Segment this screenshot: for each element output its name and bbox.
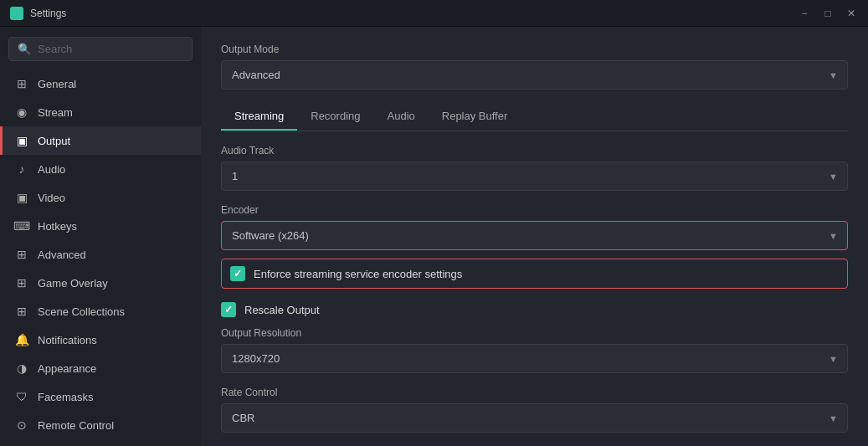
- titlebar: Settings − □ ✕: [0, 0, 868, 27]
- sidebar-label-general: General: [38, 78, 76, 90]
- maximize-button[interactable]: □: [821, 8, 835, 19]
- check-icon: ✓: [234, 268, 242, 279]
- search-box[interactable]: 🔍: [8, 37, 193, 61]
- sidebar-item-installed-apps[interactable]: ⊞ Installed Apps: [0, 439, 201, 446]
- enforce-encoder-label: Enforce streaming service encoder settin…: [254, 268, 462, 280]
- scene-collections-icon: ⊞: [14, 304, 29, 319]
- rate-control-label: Rate Control: [221, 387, 848, 398]
- window-title: Settings: [30, 8, 66, 19]
- encoder-wrapper: Software (x264) NVENC H.264 AMD HW H.264…: [221, 221, 848, 250]
- sidebar-label-hotkeys: Hotkeys: [38, 220, 77, 233]
- sidebar-label-video: Video: [38, 192, 65, 204]
- notifications-icon: 🔔: [14, 332, 29, 347]
- search-input[interactable]: [38, 43, 183, 55]
- output-mode-label: Output Mode: [221, 44, 848, 55]
- rate-control-wrapper: CBR VBR ABR CRF CQP ▼: [221, 403, 848, 433]
- tab-streaming[interactable]: Streaming: [221, 103, 297, 131]
- sidebar-label-output: Output: [38, 135, 70, 147]
- audio-icon: ♪: [14, 161, 29, 177]
- remote-control-icon: ⊙: [14, 418, 29, 433]
- output-mode-select[interactable]: Advanced Simple: [221, 60, 848, 90]
- titlebar-left: Settings: [10, 7, 66, 20]
- tab-replay-buffer[interactable]: Replay Buffer: [429, 103, 521, 131]
- audio-track-label: Audio Track: [221, 145, 848, 156]
- content-area: Output Mode Advanced Simple ▼ Streaming …: [201, 27, 868, 446]
- advanced-icon: ⊞: [14, 247, 29, 262]
- rescale-output-row[interactable]: ✓ Rescale Output: [221, 299, 848, 320]
- enforce-encoder-checkbox[interactable]: ✓: [230, 266, 245, 281]
- sidebar-item-remote-control[interactable]: ⊙ Remote Control: [0, 411, 201, 439]
- sidebar-item-appearance[interactable]: ◑ Appearance: [0, 354, 201, 382]
- sidebar-item-advanced[interactable]: ⊞ Advanced: [0, 240, 201, 269]
- sidebar-label-appearance: Appearance: [38, 362, 96, 375]
- general-icon: ⊞: [14, 76, 29, 91]
- sidebar-item-game-overlay[interactable]: ⊞ Game Overlay: [0, 269, 201, 297]
- stream-icon: ◉: [14, 105, 29, 120]
- minimize-button[interactable]: −: [798, 8, 811, 19]
- output-resolution-label: Output Resolution: [221, 327, 848, 339]
- appearance-icon: ◑: [14, 361, 29, 376]
- rescale-output-label: Rescale Output: [244, 304, 320, 316]
- encoder-select[interactable]: Software (x264) NVENC H.264 AMD HW H.264…: [221, 221, 848, 250]
- output-mode-wrapper: Advanced Simple ▼: [221, 60, 848, 90]
- close-button[interactable]: ✕: [845, 8, 858, 19]
- svg-rect-0: [13, 9, 21, 18]
- window-controls: − □ ✕: [798, 8, 858, 19]
- sidebar-label-notifications: Notifications: [38, 334, 97, 346]
- sidebar-item-facemasks[interactable]: 🛡 Facemasks: [0, 382, 201, 411]
- rescale-check-icon: ✓: [224, 304, 233, 315]
- sidebar-item-output[interactable]: ▣ Output: [0, 126, 201, 155]
- sidebar-label-scene-collections: Scene Collections: [38, 305, 125, 318]
- sidebar-label-stream: Stream: [38, 106, 73, 119]
- sidebar-label-audio: Audio: [38, 163, 65, 176]
- rescale-output-checkbox[interactable]: ✓: [221, 302, 236, 317]
- sidebar-item-stream[interactable]: ◉ Stream: [0, 98, 201, 126]
- sidebar-item-hotkeys[interactable]: ⌨ Hotkeys: [0, 212, 201, 240]
- enforce-encoder-row[interactable]: ✓ Enforce streaming service encoder sett…: [221, 259, 848, 289]
- rate-control-select[interactable]: CBR VBR ABR CRF CQP: [221, 403, 848, 433]
- output-resolution-wrapper: 1280x720 1920x1080 1366x768 1024x576 ▼: [221, 344, 848, 373]
- app-icon: [10, 7, 23, 20]
- hotkeys-icon: ⌨: [14, 218, 29, 233]
- game-overlay-icon: ⊞: [14, 275, 29, 290]
- search-icon: 🔍: [18, 43, 31, 55]
- audio-track-select[interactable]: 1 2 3 4 5 6: [221, 161, 848, 191]
- audio-track-wrapper: 1 2 3 4 5 6 ▼: [221, 161, 848, 191]
- output-resolution-select[interactable]: 1280x720 1920x1080 1366x768 1024x576: [221, 344, 848, 373]
- sidebar-item-notifications[interactable]: 🔔 Notifications: [0, 326, 201, 354]
- sidebar-label-remote-control: Remote Control: [38, 419, 114, 432]
- sidebar-label-facemasks: Facemasks: [38, 391, 93, 403]
- output-icon: ▣: [14, 133, 29, 148]
- output-tabs: Streaming Recording Audio Replay Buffer: [221, 103, 848, 131]
- encoder-label: Encoder: [221, 204, 848, 216]
- sidebar-item-general[interactable]: ⊞ General: [0, 69, 201, 98]
- facemasks-icon: 🛡: [14, 389, 29, 404]
- sidebar-label-advanced: Advanced: [38, 249, 86, 261]
- sidebar-label-game-overlay: Game Overlay: [38, 277, 108, 290]
- sidebar-item-audio[interactable]: ♪ Audio: [0, 155, 201, 183]
- sidebar: 🔍 ⊞ General ◉ Stream ▣ Output ♪ Audio ▣ …: [0, 27, 201, 446]
- tab-recording[interactable]: Recording: [297, 103, 373, 131]
- main-layout: 🔍 ⊞ General ◉ Stream ▣ Output ♪ Audio ▣ …: [0, 27, 868, 446]
- sidebar-item-video[interactable]: ▣ Video: [0, 183, 201, 212]
- tab-audio[interactable]: Audio: [374, 103, 429, 131]
- sidebar-item-scene-collections[interactable]: ⊞ Scene Collections: [0, 297, 201, 326]
- video-icon: ▣: [14, 190, 29, 205]
